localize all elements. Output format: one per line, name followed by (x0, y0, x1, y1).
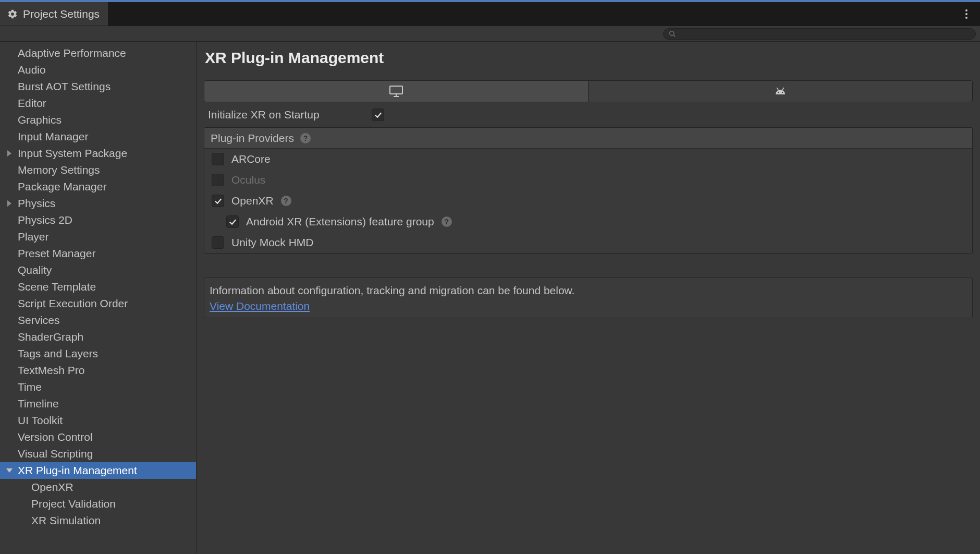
android-icon (774, 86, 787, 97)
checkbox-android-xr-extensions-feature-group[interactable] (226, 215, 239, 228)
sidebar-item-preset-manager[interactable]: Preset Manager (0, 245, 196, 262)
provider-row-unity-mock-hmd: Unity Mock HMD (204, 232, 972, 253)
view-documentation-link[interactable]: View Documentation (210, 300, 310, 312)
monitor-icon (389, 85, 403, 98)
provider-label: Android XR (Extensions) feature group (246, 215, 434, 228)
checkbox-unity-mock-hmd[interactable] (212, 236, 224, 249)
sidebar-item-services[interactable]: Services (0, 312, 196, 329)
sidebar-item-label: Tags and Layers (18, 347, 98, 360)
sidebar-item-xr-plug-in-management[interactable]: XR Plug-in Management (0, 462, 196, 479)
sidebar-item-scene-template[interactable]: Scene Template (0, 279, 196, 295)
platform-tab-desktop[interactable] (204, 81, 589, 102)
provider-label: OpenXR (231, 195, 274, 207)
svg-point-0 (965, 9, 967, 11)
project-settings-window: Project Settings Adaptive PerformanceAud… (0, 0, 980, 554)
sidebar-item-ui-toolkit[interactable]: UI Toolkit (0, 412, 196, 429)
checkbox-oculus[interactable] (212, 174, 224, 186)
sidebar[interactable]: Adaptive PerformanceAudioBurst AOT Setti… (0, 42, 197, 554)
sidebar-item-label: Package Manager (18, 180, 106, 193)
providers-panel: Plug-in Providers ? ARCoreOculusOpenXR?A… (204, 127, 973, 254)
provider-row-oculus: Oculus (204, 170, 972, 190)
sidebar-item-label: Scene Template (18, 281, 96, 293)
sidebar-item-graphics[interactable]: Graphics (0, 112, 196, 128)
sidebar-item-openxr[interactable]: OpenXR (0, 479, 196, 496)
check-icon (214, 197, 223, 206)
sidebar-item-label: Input Manager (18, 130, 88, 143)
search-icon (669, 30, 676, 38)
help-icon[interactable]: ? (300, 133, 311, 143)
svg-point-1 (965, 13, 967, 15)
sidebar-item-label: UI Toolkit (18, 414, 63, 427)
sidebar-item-player[interactable]: Player (0, 228, 196, 245)
checkbox-openxr[interactable] (212, 195, 224, 207)
sidebar-item-label: Graphics (18, 114, 62, 126)
sidebar-item-project-validation[interactable]: Project Validation (0, 496, 196, 512)
sidebar-item-shadergraph[interactable]: ShaderGraph (0, 329, 196, 345)
info-box: Information about configuration, trackin… (204, 278, 973, 318)
checkbox-arcore[interactable] (212, 153, 224, 165)
sidebar-item-time[interactable]: Time (0, 379, 196, 395)
body: Adaptive PerformanceAudioBurst AOT Setti… (0, 42, 980, 554)
sidebar-item-burst-aot-settings[interactable]: Burst AOT Settings (0, 78, 196, 95)
sidebar-item-label: Physics 2D (18, 214, 72, 226)
window-menu-button[interactable] (959, 2, 974, 26)
sidebar-item-quality[interactable]: Quality (0, 262, 196, 279)
sidebar-item-tags-and-layers[interactable]: Tags and Layers (0, 345, 196, 362)
sidebar-item-label: Visual Scripting (18, 448, 93, 460)
sidebar-item-label: Script Execution Order (18, 297, 128, 310)
sidebar-item-adaptive-performance[interactable]: Adaptive Performance (0, 45, 196, 62)
sidebar-item-label: Version Control (18, 431, 93, 443)
provider-row-openxr: OpenXR? (204, 190, 972, 211)
search-input[interactable] (663, 28, 976, 40)
sidebar-item-label: Time (18, 381, 42, 393)
svg-point-9 (782, 92, 783, 93)
info-text: Information about configuration, trackin… (210, 284, 967, 297)
sidebar-item-label: Editor (18, 97, 46, 110)
sidebar-item-textmesh-pro[interactable]: TextMesh Pro (0, 362, 196, 379)
svg-line-6 (777, 88, 778, 90)
page-title: XR Plug-in Management (205, 49, 972, 67)
sidebar-item-label: Adaptive Performance (18, 47, 126, 59)
row-initialize-xr: Initialize XR on Startup (204, 102, 973, 125)
sidebar-item-label: Quality (18, 264, 52, 276)
sidebar-item-label: Services (18, 314, 60, 327)
providers-header: Plug-in Providers ? (204, 128, 972, 149)
providers-list: ARCoreOculusOpenXR?Android XR (Extension… (204, 149, 972, 253)
sidebar-item-script-execution-order[interactable]: Script Execution Order (0, 295, 196, 312)
sidebar-item-label: Audio (18, 64, 46, 76)
svg-line-7 (782, 88, 784, 90)
sidebar-item-physics[interactable]: Physics (0, 195, 196, 212)
platform-tab-android[interactable] (589, 81, 972, 102)
sidebar-item-label: Physics (18, 197, 55, 210)
providers-header-label: Plug-in Providers (211, 132, 294, 144)
sidebar-item-timeline[interactable]: Timeline (0, 395, 196, 412)
sidebar-item-physics-2d[interactable]: Physics 2D (0, 212, 196, 228)
sidebar-item-visual-scripting[interactable]: Visual Scripting (0, 445, 196, 462)
sidebar-item-audio[interactable]: Audio (0, 62, 196, 78)
provider-row-arcore: ARCore (204, 149, 972, 170)
sidebar-item-label: ShaderGraph (18, 331, 83, 343)
sidebar-item-label: Burst AOT Settings (18, 80, 111, 93)
sidebar-item-label: XR Simulation (31, 514, 101, 527)
sidebar-item-input-manager[interactable]: Input Manager (0, 128, 196, 145)
sidebar-item-package-manager[interactable]: Package Manager (0, 178, 196, 195)
provider-row-android-xr-extensions-feature-group: Android XR (Extensions) feature group? (204, 211, 972, 232)
gear-icon (7, 9, 18, 19)
provider-label: Unity Mock HMD (231, 236, 314, 249)
sidebar-item-xr-simulation[interactable]: XR Simulation (0, 512, 196, 529)
help-icon[interactable]: ? (281, 196, 291, 206)
toolbar (0, 26, 980, 42)
tab-project-settings[interactable]: Project Settings (0, 2, 108, 26)
help-icon[interactable]: ? (442, 216, 452, 227)
sidebar-item-memory-settings[interactable]: Memory Settings (0, 162, 196, 178)
tab-label: Project Settings (23, 8, 100, 20)
sidebar-item-editor[interactable]: Editor (0, 95, 196, 112)
sidebar-item-input-system-package[interactable]: Input System Package (0, 145, 196, 162)
sidebar-item-version-control[interactable]: Version Control (0, 429, 196, 445)
check-icon (228, 218, 237, 226)
platform-tabs (204, 80, 973, 102)
checkbox-initialize-xr[interactable] (372, 109, 384, 121)
sidebar-item-label: TextMesh Pro (18, 364, 84, 377)
sidebar-item-label: OpenXR (31, 481, 74, 493)
provider-label: ARCore (231, 153, 271, 165)
